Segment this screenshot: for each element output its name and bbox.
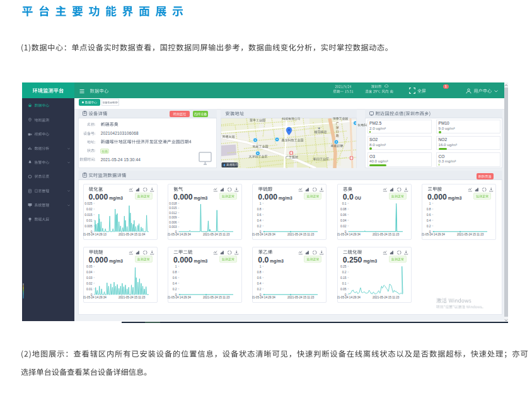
svg-text:0.4: 0.4 — [427, 218, 431, 222]
svg-text:2021-05-24 15:11:23: 2021-05-24 15:11:23 — [287, 296, 315, 299]
svg-text:0.04: 0.04 — [340, 218, 347, 222]
svg-text:0.1: 0.1 — [342, 281, 346, 285]
svg-text:2021-05-24 15:11:23: 2021-05-24 15:11:23 — [373, 296, 400, 299]
svg-text:0.015: 0.015 — [84, 213, 93, 216]
svg-text:0.009: 0.009 — [169, 216, 177, 219]
svg-text:0.2: 0.2 — [173, 287, 177, 290]
svg-text:21-05-24 14:29:13: 21-05-24 14:29:13 — [83, 233, 107, 236]
svg-text:0.6: 0.6 — [427, 213, 431, 216]
svg-text:0.02: 0.02 — [340, 224, 347, 227]
svg-text:0.04: 0.04 — [86, 270, 92, 273]
svg-text:0.015: 0.015 — [169, 207, 177, 210]
svg-text:0.06: 0.06 — [340, 213, 347, 216]
svg-text:1: 1 — [260, 201, 262, 205]
svg-text:0.01: 0.01 — [86, 287, 92, 290]
svg-text:0.15: 0.15 — [340, 276, 347, 279]
svg-text:2021-05-24 15:11:23: 2021-05-24 15:11:23 — [203, 233, 230, 236]
svg-text:21-05-24 14:29:34: 21-05-24 14:29:34 — [83, 296, 107, 299]
svg-text:2021-05-24 15:11:04: 2021-05-24 15:11:04 — [119, 233, 146, 236]
svg-text:1: 1 — [429, 201, 431, 205]
svg-text:2021-05-24 15:11:23: 2021-05-24 15:11:23 — [203, 296, 230, 299]
svg-text:0.01: 0.01 — [86, 218, 92, 222]
svg-text:0.05: 0.05 — [340, 287, 347, 290]
svg-text:0.8: 0.8 — [257, 207, 262, 210]
svg-text:21-05-24 14:29:34: 21-05-24 14:29:34 — [337, 296, 361, 299]
svg-text:0.03: 0.03 — [86, 276, 92, 279]
svg-text:21-05-24 14:29:34: 21-05-24 14:29:34 — [252, 296, 275, 299]
svg-text:0.005: 0.005 — [84, 224, 93, 227]
svg-text:0.1: 0.1 — [342, 201, 346, 205]
svg-text:0.8: 0.8 — [427, 207, 431, 210]
svg-text:0.4: 0.4 — [173, 281, 177, 285]
svg-text:0.25: 0.25 — [340, 264, 347, 268]
svg-text:0.6: 0.6 — [173, 276, 177, 279]
svg-text:0.4: 0.4 — [257, 281, 262, 285]
svg-text:21-05-24 14:29:34: 21-05-24 14:29:34 — [422, 233, 445, 236]
svg-text:0.02: 0.02 — [86, 207, 92, 210]
svg-text:0.012: 0.012 — [169, 211, 177, 214]
svg-text:2021-05-24 15:11:23: 2021-05-24 15:11:23 — [457, 233, 484, 236]
svg-text:0.025: 0.025 — [84, 201, 93, 205]
svg-text:0.8: 0.8 — [257, 270, 262, 273]
svg-text:0.6: 0.6 — [257, 276, 262, 279]
svg-text:21-05-24 14:29:34: 21-05-24 14:29:34 — [168, 296, 191, 299]
svg-text:0.006: 0.006 — [169, 220, 177, 224]
svg-text:21-05-24 14:29:34: 21-05-24 14:29:34 — [337, 233, 361, 236]
svg-text:0.2: 0.2 — [257, 287, 262, 290]
svg-text:0.4: 0.4 — [257, 218, 262, 222]
svg-text:0.2: 0.2 — [257, 224, 262, 227]
svg-text:2021-05-24 15:11:23: 2021-05-24 15:11:23 — [373, 233, 400, 236]
svg-text:0.2: 0.2 — [427, 224, 431, 227]
svg-text:2021-05-24 15:11:23: 2021-05-24 15:11:23 — [119, 296, 146, 299]
svg-text:1: 1 — [175, 264, 177, 268]
svg-text:0.05: 0.05 — [86, 264, 92, 268]
svg-text:21-05-24 14:29:34: 21-05-24 14:29:34 — [252, 233, 275, 236]
svg-text:1: 1 — [260, 264, 262, 268]
svg-text:0.018: 0.018 — [169, 201, 177, 205]
svg-text:0.02: 0.02 — [86, 281, 92, 285]
svg-text:0.08: 0.08 — [340, 207, 347, 210]
svg-text:21-05-24 14:29:34: 21-05-24 14:29:34 — [168, 233, 191, 236]
svg-text:0.8: 0.8 — [173, 270, 177, 273]
svg-text:0.6: 0.6 — [257, 213, 262, 216]
svg-text:2021-05-24 15:11:23: 2021-05-24 15:11:23 — [287, 233, 315, 236]
svg-text:0.2: 0.2 — [342, 270, 346, 273]
svg-text:0.003: 0.003 — [169, 225, 177, 229]
